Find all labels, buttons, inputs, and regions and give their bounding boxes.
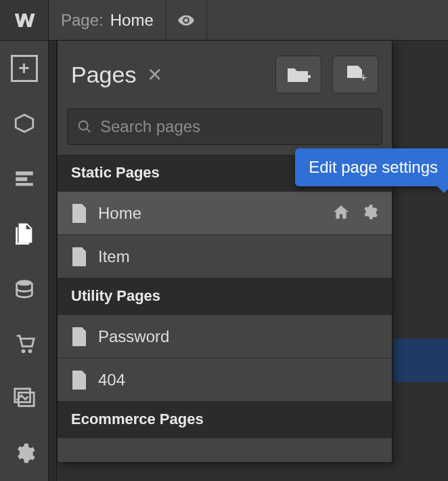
page-settings-button[interactable] [361,203,378,224]
home-icon [332,203,350,224]
page-name: Home [98,204,321,223]
settings-button[interactable] [0,426,48,481]
page-row-item[interactable]: Item [58,234,392,278]
search-box[interactable] [67,108,382,145]
svg-point-7 [28,349,32,353]
navigator-button[interactable] [0,151,48,206]
symbols-button[interactable] [0,96,48,150]
new-folder-button[interactable]: + [275,56,321,93]
assets-button[interactable] [0,371,48,426]
close-panel-button[interactable]: ✕ [147,64,162,86]
svg-rect-1 [16,177,27,182]
svg-rect-0 [16,171,33,175]
page-row-home[interactable]: Home Edit page settings [58,191,392,234]
left-sidebar: + [0,41,49,481]
page-row-404[interactable]: 404 [58,358,392,401]
svg-point-5 [16,280,32,286]
page-icon [71,247,87,266]
svg-point-6 [21,349,25,353]
add-element-button[interactable]: + [0,41,48,96]
search-row [58,108,392,154]
page-indicator[interactable]: Page: Home [49,0,166,40]
pages-button[interactable] [0,206,48,261]
svg-rect-4 [16,243,29,245]
page-indicator-value: Home [110,11,154,30]
svg-rect-3 [16,228,18,245]
page-name: 404 [98,371,378,390]
search-input[interactable] [100,117,372,136]
ecommerce-button[interactable] [0,316,48,371]
panel-gutter [49,41,57,481]
search-icon [77,119,92,134]
page-row-password[interactable]: Password [58,314,392,358]
page-name: Item [98,247,378,266]
section-utility-pages: Utility Pages [58,278,392,314]
page-icon [71,371,87,390]
section-ecommerce-pages: Ecommerce Pages [58,401,392,438]
stage-selection-hint [394,339,448,382]
preview-button[interactable] [166,0,207,40]
panel-title: Pages [71,62,136,88]
pages-panel: Pages ✕ + + Static Pages Home Edit page … [57,41,393,463]
svg-text:+: + [360,71,367,85]
plus-icon: + [11,55,38,82]
page-row-empty [58,438,392,462]
svg-text:+: + [303,71,311,85]
page-name: Password [98,327,378,346]
page-icon [71,204,87,223]
new-page-button[interactable]: + [332,56,378,93]
panel-header: Pages ✕ + + [58,41,392,108]
svg-rect-2 [16,183,33,186]
page-indicator-label: Page: [61,11,104,30]
topbar: Page: Home [0,0,448,41]
page-icon [71,327,87,346]
tooltip-edit-page-settings: Edit page settings [295,148,448,186]
webflow-logo[interactable] [0,0,49,40]
cms-button[interactable] [0,261,48,316]
